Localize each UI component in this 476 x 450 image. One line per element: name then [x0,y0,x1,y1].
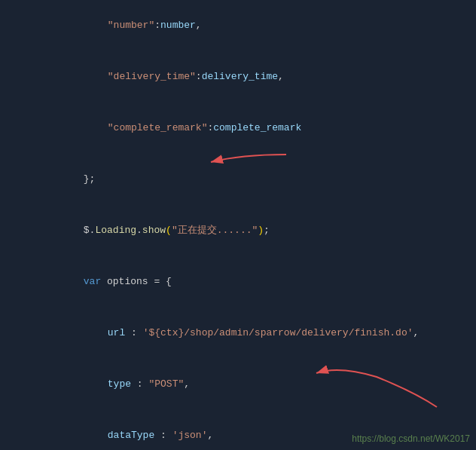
code-line-2: "delivery_time":delivery_time, [0,51,476,103]
code-line-7: url : '${ctx}/shop/admin/sparrow/deliver… [0,308,476,359]
code-line-6: var options = { [0,256,476,308]
code-editor: "number":number, "delivery_time":deliver… [0,0,476,450]
code-line-1: "number":number, [0,0,476,51]
code-line-3: "complete_remark":complete_remark [0,103,476,154]
code-line-5: $.Loading.show("正在提交......"); [0,205,476,256]
code-line-9: dataType : 'json', [0,410,476,450]
watermark: https://blog.csdn.net/WK2017 [352,433,470,444]
code-line-8: type : "POST", [0,359,476,410]
code-line-4: }; [0,154,476,205]
